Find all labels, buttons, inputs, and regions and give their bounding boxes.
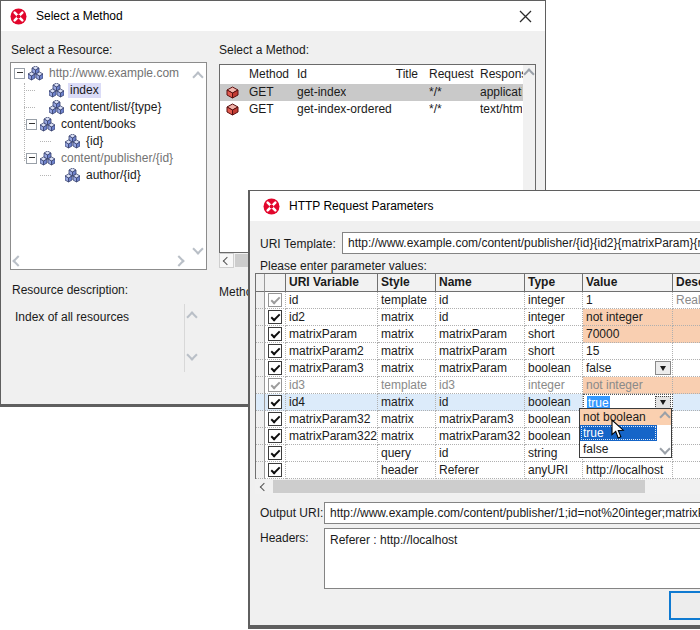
- col-description[interactable]: Description: [673, 274, 700, 292]
- value-cell-invalid[interactable]: 70000: [583, 326, 673, 343]
- dropdown-button[interactable]: [655, 361, 671, 375]
- col-uri-variable[interactable]: URI Variable: [286, 274, 378, 292]
- scroll-left-icon[interactable]: [260, 483, 268, 491]
- checkbox[interactable]: [265, 445, 286, 462]
- col-method[interactable]: Method: [249, 65, 289, 84]
- checkbox[interactable]: [265, 326, 286, 343]
- headers-field[interactable]: Referer : http://localhost: [324, 528, 700, 589]
- select-method-label: Select a Method:: [219, 43, 309, 57]
- col-value[interactable]: Value: [583, 274, 673, 292]
- resource-icon: [40, 151, 55, 166]
- resource-icon: [40, 117, 55, 132]
- col-name[interactable]: Name: [436, 274, 525, 292]
- grid-hscrollbar[interactable]: [255, 479, 700, 494]
- app-logo-icon: [263, 198, 280, 215]
- method-icon: [226, 103, 239, 121]
- method-row-selected[interactable]: GET get-index */* applicati: [220, 84, 535, 101]
- param-row-id: id template id integer 1 Really: [256, 292, 700, 309]
- uri-template-field[interactable]: http://www.example.com/content/publisher…: [342, 232, 700, 254]
- grid-header: URI Variable Style Name Type Value Descr…: [256, 274, 700, 292]
- col-type[interactable]: Type: [525, 274, 583, 292]
- selected-tree-label: index: [68, 83, 101, 98]
- value-cell-invalid[interactable]: not integer: [583, 309, 673, 326]
- checkbox[interactable]: [265, 377, 286, 394]
- tree-item-root[interactable]: http://www.example.com: [11, 65, 206, 82]
- checkbox[interactable]: [265, 411, 286, 428]
- uri-template-label: URI Template:: [260, 237, 336, 251]
- method-row[interactable]: GET get-index-ordered */* text/html: [220, 101, 535, 118]
- col-title[interactable]: Title: [390, 65, 418, 84]
- dialog-title: HTTP Request Parameters: [289, 199, 434, 213]
- description-scroll-up-icon[interactable]: [186, 311, 197, 322]
- value-cell-invalid[interactable]: not integer: [583, 377, 673, 394]
- resource-description-label: Resource description:: [12, 283, 128, 297]
- col-style[interactable]: Style: [378, 274, 436, 292]
- param-row-matrixParam2: matrixParam2 matrix matrixParam short 15: [256, 343, 700, 360]
- value-dropdown-list: not boolean true false: [579, 408, 672, 458]
- scroll-up-icon: [659, 411, 670, 422]
- tree-item-content-list[interactable]: content/list/{type}: [11, 99, 206, 116]
- headers-label: Headers:: [260, 531, 309, 545]
- select-resource-label: Select a Resource:: [11, 43, 112, 57]
- value-cell[interactable]: 15: [583, 343, 673, 360]
- chevron-down-icon: [660, 366, 666, 371]
- col-id[interactable]: Id: [297, 65, 307, 84]
- resource-icon: [49, 83, 64, 98]
- screenshot-root: { "colors": { "dialog_bg": "#f0f0f0", "t…: [0, 0, 700, 630]
- scroll-left-button[interactable]: [219, 253, 234, 268]
- mouse-cursor: [611, 419, 625, 443]
- close-icon[interactable]: [519, 10, 532, 23]
- value-cell[interactable]: 1: [583, 292, 673, 309]
- resource-icon: [49, 100, 64, 115]
- scroll-down-icon: [659, 443, 670, 454]
- output-uri-field[interactable]: http://www.example.com/content/publisher…: [324, 502, 700, 524]
- col-request[interactable]: Request: [429, 65, 474, 84]
- checkbox[interactable]: [265, 462, 286, 479]
- ok-button[interactable]: [669, 591, 700, 620]
- dropdown-scrollbar[interactable]: [658, 410, 671, 456]
- param-row-matrixParam: matrixParam matrix matrixParam short 700…: [256, 326, 700, 343]
- checkbox[interactable]: [265, 394, 286, 411]
- dropdown-option-false[interactable]: false: [580, 441, 657, 457]
- collapse-icon[interactable]: [26, 153, 37, 164]
- parameter-prompt: Please enter parameter values:: [260, 259, 427, 273]
- param-row-matrixParam3: matrixParam3 matrix matrixParam boolean …: [256, 360, 700, 377]
- description-scroll-down-icon[interactable]: [186, 349, 197, 360]
- tree-item-books-id[interactable]: {id}: [11, 133, 206, 150]
- description-divider: [184, 304, 185, 372]
- checkbox[interactable]: [265, 292, 286, 309]
- param-row-header-referer: header Referer anyURI http://localhost: [256, 462, 700, 479]
- param-row-id3: id3 template id3 integer not integer: [256, 377, 700, 394]
- dialog-title: Select a Method: [36, 9, 123, 23]
- tree-item-author-id[interactable]: author/{id}: [11, 167, 206, 184]
- checkbox[interactable]: [265, 428, 286, 445]
- checkbox[interactable]: [265, 360, 286, 377]
- collapse-icon[interactable]: [14, 68, 25, 79]
- checkbox[interactable]: [265, 309, 286, 326]
- method-table-header: Method Id Title Request Response: [220, 65, 535, 84]
- output-uri-label: Output URI:: [260, 506, 323, 520]
- tree-item-index[interactable]: index: [11, 82, 206, 99]
- resource-icon: [65, 168, 80, 183]
- resource-icon: [65, 134, 80, 149]
- tree-item-content-books[interactable]: content/books: [11, 116, 206, 133]
- value-cell[interactable]: http://localhost: [583, 462, 673, 479]
- col-response[interactable]: Response: [480, 65, 523, 84]
- root-resource-icon: [28, 66, 43, 81]
- scrollbar-thumb[interactable]: [273, 480, 645, 493]
- resource-description-text: Index of all resources: [15, 310, 129, 324]
- resource-tree: http://www.example.com index content/lis…: [10, 62, 207, 270]
- http-params-titlebar[interactable]: HTTP Request Parameters: [250, 191, 700, 221]
- select-method-titlebar[interactable]: Select a Method: [1, 1, 545, 31]
- param-row-id2: id2 matrix id integer not integer: [256, 309, 700, 326]
- checkbox[interactable]: [265, 343, 286, 360]
- app-logo-icon: [10, 8, 27, 25]
- tree-scroll-down-icon[interactable]: [192, 243, 203, 254]
- http-request-parameters-dialog: HTTP Request Parameters URI Template: ht…: [248, 190, 700, 629]
- tree-item-content-publisher[interactable]: content/publisher/{id}: [11, 150, 206, 167]
- chevron-down-icon: [660, 400, 666, 405]
- collapse-icon[interactable]: [26, 119, 37, 130]
- value-combobox[interactable]: false: [583, 360, 673, 377]
